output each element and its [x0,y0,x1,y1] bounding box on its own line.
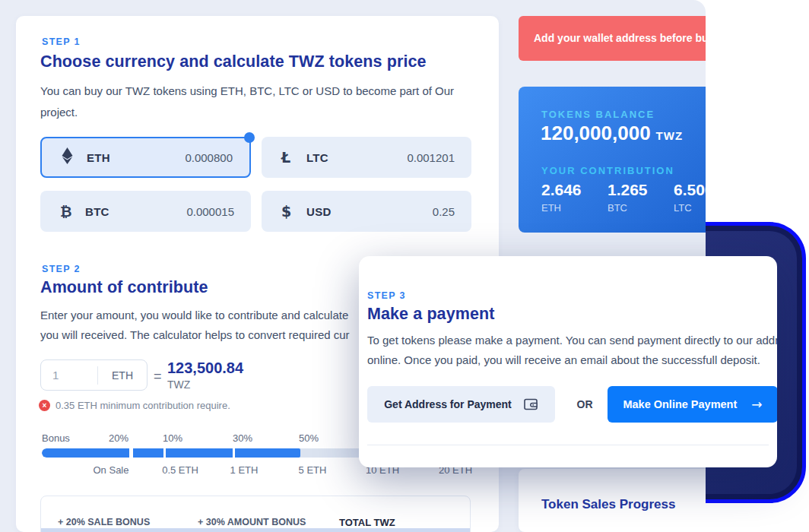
bonus-progress-fill [42,448,300,458]
token-sales-progress-card: Token Sales Progress [519,469,706,532]
litecoin-icon: Ł [281,149,301,166]
bonus-tick: 30% [233,432,252,444]
step3-title: Make a payment [367,305,495,324]
contribution-ltc: 6.500 LTC [674,181,706,214]
currency-rate: 0.25 [433,205,455,218]
currency-option-ltc[interactable]: Ł LTC 0.001201 [262,137,471,178]
result-unit: TWZ [167,378,190,391]
currency-code: ETH [87,151,110,164]
ethereum-icon [62,147,81,167]
step3-description: To get tokens please make a payment. You… [367,331,777,370]
bonus-tick: 20% [109,432,128,444]
bonus-tick: 10% [163,432,182,444]
contribution-currency: ETH [541,202,582,214]
tokens-balance-label: TOKENS BALANCE [541,109,655,120]
token-sales-progress-title: Token Sales Progress [541,497,675,512]
currency-code: BTC [85,205,109,218]
contribution-value: 2.646 [541,181,582,199]
equals-sign: = [154,369,162,385]
currency-rate: 0.000015 [186,205,234,218]
card-divider [367,445,769,445]
bonus-segment-divider [163,448,166,458]
step1-description: You can buy our TWZ tokens using ETH, BT… [40,81,466,123]
ico-purchase-screen: STEP 1 Choose currency and calculate TWZ… [0,0,809,532]
contribution-btc: 1.265 BTC [608,181,648,214]
make-online-payment-button[interactable]: Make Online Payment → [608,386,777,423]
bonus-label: Bonus [42,432,70,444]
wallet-icon [524,398,538,410]
your-contribution-label: YOUR CONTRIBUTION [541,165,674,176]
amount-unit: ETH [98,369,147,382]
arrow-right-icon: → [751,397,762,412]
bonus-threshold: 0.5 ETH [162,464,198,476]
total-twz-label: TOTAL TWZ [339,517,395,528]
currency-code: LTC [306,151,328,164]
amount-input[interactable] [41,369,97,382]
get-address-label: Get Address for Payment [384,398,512,410]
contribution-currency: LTC [674,202,706,214]
bonus-tick: 50% [299,432,319,444]
payment-buttons-row: Get Address for Payment OR Make Online P… [367,386,770,423]
amount-input-group: ETH [40,359,148,391]
bonus-segment-divider [129,448,133,458]
sale-bonus-label: + 20% SALE BONUS [58,517,150,527]
currency-code: USD [306,205,332,218]
contribution-eth: 2.646 ETH [541,181,582,214]
currency-option-eth[interactable]: ETH 0.000800 [40,137,251,178]
make-payment-card: STEP 3 Make a payment To get tokens plea… [359,256,777,467]
currency-option-btc[interactable]: ₿ BTC 0.000015 [40,191,251,232]
balance-number: 120,000,000 [541,122,651,144]
step3-label: STEP 3 [367,290,406,301]
bonus-threshold: 5 ETH [299,464,327,476]
dollar-icon: $ [281,203,301,220]
bonus-summary-box: + 20% SALE BONUS + 30% AMOUNT BONUS TOTA… [40,496,471,532]
online-payment-label: Make Online Payment [623,398,737,410]
error-icon: × [39,400,50,411]
get-address-button[interactable]: Get Address for Payment [367,386,555,423]
step1-label: STEP 1 [42,36,81,47]
bonus-segment-divider [233,448,235,458]
or-separator: OR [569,386,601,423]
balance-unit: TWZ [656,129,683,142]
tokens-balance-value: 120,000,000TWZ [541,122,683,145]
step2-label: STEP 2 [42,264,81,274]
step2-title: Amount of contribute [40,278,208,297]
contribution-currency: BTC [608,202,648,214]
amount-bonus-label: + 30% AMOUNT BONUS [198,517,306,527]
bitcoin-icon: ₿ [60,203,80,220]
bonus-threshold: On Sale [94,464,129,476]
tokens-balance-card: TOKENS BALANCE 120,000,000TWZ YOUR CONTR… [519,87,706,233]
result-value: 123,500.84 [167,359,243,377]
step1-title: Choose currency and calculate TWZ tokens… [40,52,427,71]
bonus-threshold: 1 ETH [230,464,259,476]
wallet-address-alert[interactable]: Add your wallet address before buying [519,16,706,61]
currency-rate: 0.000800 [185,151,233,164]
min-contribution-error: × 0.35 ETH minimum contribution require. [39,400,230,411]
currency-option-usd[interactable]: $ USD 0.25 [262,191,471,232]
currency-rate: 0.001201 [407,151,455,164]
error-text: 0.35 ETH minimum contribution require. [56,400,230,411]
selected-dot [244,132,255,143]
contribution-value: 1.265 [608,181,648,199]
contribution-value: 6.500 [674,181,706,199]
